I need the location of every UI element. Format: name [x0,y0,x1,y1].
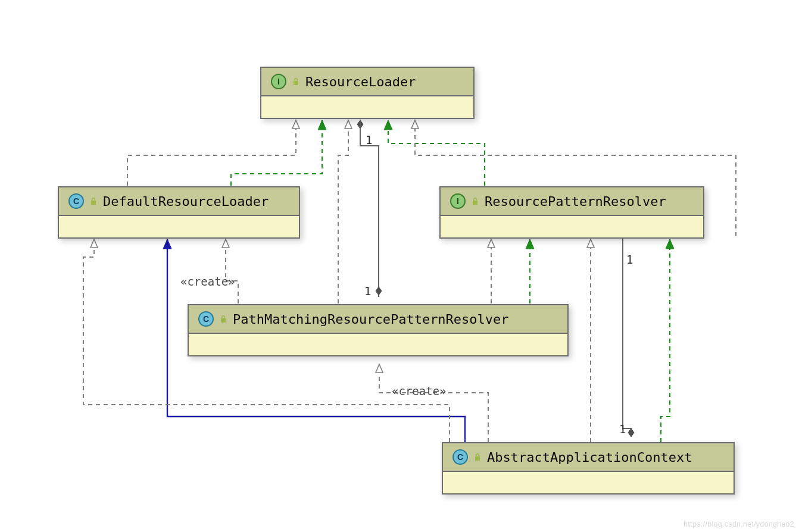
multiplicity-label: 1 [366,133,372,146]
class-path-matching-resolver: C PathMatchingResourcePatternResolver [188,304,569,356]
class-name: AbstractApplicationContext [487,450,692,465]
class-body [441,216,703,237]
lock-icon [219,314,228,324]
lock-icon [89,196,98,206]
class-header: I ResourceLoader [261,68,473,96]
uml-diagram: I ResourceLoader C DefaultResourceLoader… [0,0,799,532]
class-name: ResourcePatternResolver [485,194,666,209]
class-badge-icon: C [452,449,468,465]
class-name: PathMatchingResourcePatternResolver [233,312,509,327]
class-header: C PathMatchingResourcePatternResolver [189,305,567,334]
lock-icon [470,196,480,206]
class-default-resource-loader: C DefaultResourceLoader [58,186,300,239]
class-resource-pattern-resolver: I ResourcePatternResolver [439,186,704,239]
lock-icon [291,77,301,86]
class-badge-icon: C [68,193,84,209]
watermark-text: https://blog.csdn.net/ydonghao2 [683,520,794,528]
class-name: DefaultResourceLoader [103,194,269,209]
class-header: C DefaultResourceLoader [59,187,299,216]
class-body [443,472,734,493]
multiplicity-label: 1 [619,423,626,436]
create-stereotype: «create» [180,275,235,288]
class-body [189,334,567,355]
class-body [261,96,473,118]
class-body [59,216,299,237]
create-stereotype: «create» [392,384,447,398]
class-header: I ResourcePatternResolver [441,187,703,216]
class-badge-icon: C [198,311,214,327]
class-abstract-application-context: C AbstractApplicationContext [442,442,735,495]
lock-icon [473,452,482,462]
class-name: ResourceLoader [305,74,416,89]
multiplicity-label: 1 [364,284,371,298]
interface-badge-icon: I [450,193,466,209]
class-resource-loader: I ResourceLoader [260,67,475,119]
class-header: C AbstractApplicationContext [443,443,734,472]
multiplicity-label: 1 [626,253,633,266]
interface-badge-icon: I [271,74,286,89]
